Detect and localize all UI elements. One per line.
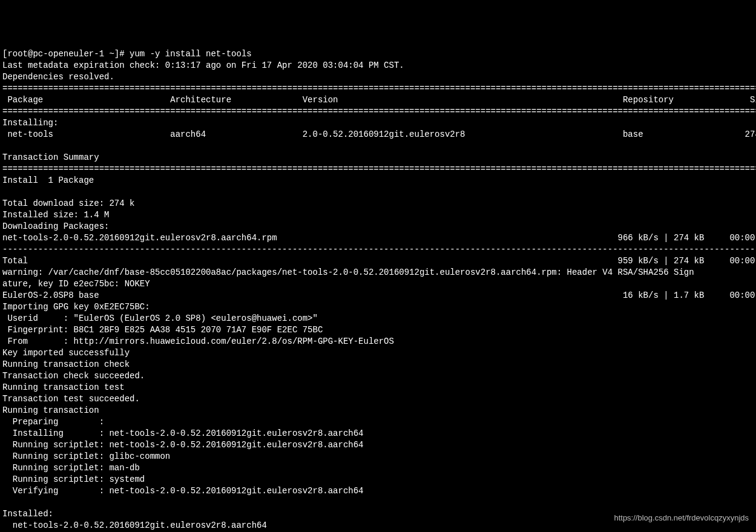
- output-line: Running transaction test: [2, 383, 125, 392]
- output-line: net-tools-2.0-0.52.20160912git.eulerosv2…: [2, 521, 267, 530]
- watermark-text: https://blog.csdn.net/frdevolcqzyxynjds: [614, 512, 749, 524]
- table-header: Package Architecture Version Repository …: [2, 95, 756, 105]
- output-line: Key imported successfully: [2, 348, 130, 358]
- output-line: Fingerprint: B8C1 2BF9 E825 AA38 4515 20…: [2, 325, 323, 335]
- download-row: EulerOS-2.0SP8 base 16 kB/s | 1.7 kB 00:…: [2, 291, 756, 300]
- section-label: Transaction Summary: [2, 153, 99, 162]
- download-total: Total 959 kB/s | 274 kB 00:00: [2, 256, 756, 266]
- transaction-step: Verifying : net-tools-2.0-0.52.20160912g…: [2, 486, 756, 496]
- command-text: yum -y install net-tools: [130, 49, 252, 59]
- output-line: Importing GPG key 0xE2EC75BC:: [2, 302, 150, 312]
- warning-line: ature, key ID e2ec75bc: NOKEY: [2, 279, 150, 289]
- output-line: Running transaction check: [2, 360, 130, 369]
- output-line: Transaction check succeeded.: [2, 371, 145, 381]
- output-line: From : http://mirrors.huaweicloud.com/eu…: [2, 337, 394, 346]
- section-label: Installing:: [2, 118, 58, 128]
- package-row: net-tools aarch64 2.0-0.52.20160912git.e…: [2, 130, 756, 139]
- transaction-step: Running scriptlet: net-tools-2.0-0.52.20…: [2, 440, 756, 450]
- shell-prompt[interactable]: [root@pc-openeuler-1 ~]#: [2, 49, 130, 59]
- output-line: Userid : "EulerOS (EulerOS 2.0 SP8) <eul…: [2, 314, 318, 323]
- separator-line: ========================================…: [2, 84, 756, 93]
- warning-line: warning: /var/cache/dnf/base-85cc0510220…: [2, 268, 694, 277]
- transaction-step: Running scriptlet: systemd 1/1: [2, 475, 756, 484]
- output-line: Transaction test succeeded.: [2, 394, 140, 404]
- output-line: Dependencies resolved.: [2, 72, 114, 82]
- output-line: Running transaction: [2, 406, 99, 415]
- output-line: Last metadata expiration check: 0:13:17 …: [2, 61, 404, 70]
- separator-line: ========================================…: [2, 164, 756, 174]
- separator-line: ----------------------------------------…: [2, 245, 756, 254]
- transaction-step: Preparing : 1/1: [2, 417, 756, 427]
- transaction-step: Installing : net-tools-2.0-0.52.20160912…: [2, 429, 756, 438]
- separator-line: ========================================…: [2, 107, 756, 116]
- output-line: Install 1 Package: [2, 176, 94, 185]
- output-line: Installed size: 1.4 M: [2, 210, 109, 220]
- output-line: Downloading Packages:: [2, 222, 109, 231]
- section-label: Installed:: [2, 509, 53, 519]
- transaction-step: Running scriptlet: man-db 1/1: [2, 463, 756, 473]
- download-row: net-tools-2.0-0.52.20160912git.eulerosv2…: [2, 233, 756, 243]
- transaction-step: Running scriptlet: glibc-common 1/1: [2, 452, 756, 461]
- output-line: Total download size: 274 k: [2, 199, 134, 208]
